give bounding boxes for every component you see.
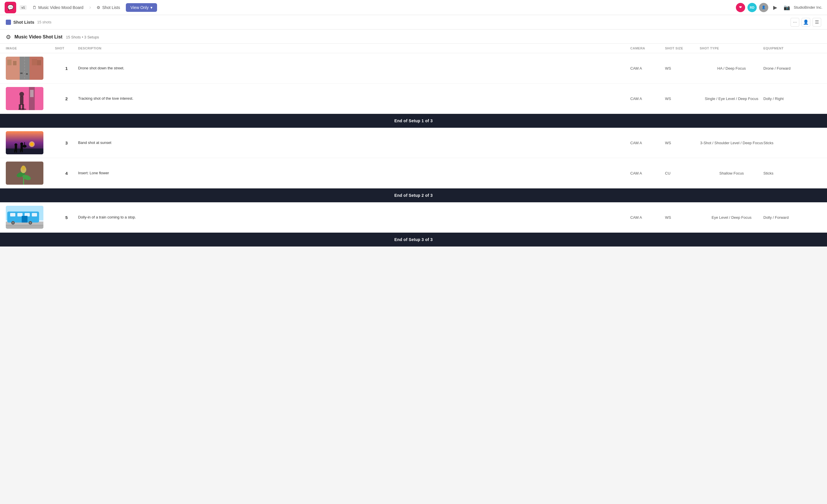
table-row[interactable]: 2 Tracking shot of the love interest. CA… [0,83,827,114]
shot-equipment-4: Sticks [763,171,821,175]
shot-image-1 [6,57,43,80]
setup-2-label: End of Setup 2 of 3 [394,193,432,198]
shot-camera-4: CAM A [630,171,665,175]
svg-point-27 [20,143,23,145]
shot-list-title: Music Video Shot List [14,35,62,40]
svg-point-34 [30,143,34,146]
svg-rect-17 [20,96,23,105]
table-header: IMAGE SHOT DESCRIPTION CAMERA SHOT SIZE … [0,44,827,53]
shot-desc-3: Band shot at sunset [78,140,630,145]
shot-type-1: HA / Deep Focus [700,66,763,70]
shot-type-5: Eye Level / Deep Focus [700,215,763,220]
avatar-rd[interactable]: RD [747,3,757,12]
svg-rect-29 [20,150,21,152]
shot-desc-4: Insert: Lone flower [78,170,630,176]
shot-size-3: WS [665,141,700,145]
sub-nav-right: ··· 👤 ☰ [790,18,821,26]
shot-desc-1: Drone shot down the street. [78,66,630,71]
svg-rect-13 [6,87,43,110]
table-row[interactable]: 1 Drone shot down the street. CAM A WS H… [0,53,827,83]
view-only-button[interactable]: View Only ▾ [126,3,157,12]
camera-icon[interactable]: 📷 [782,3,791,12]
shot-type-2: Single / Eye Level / Deep Focus [700,97,763,101]
shot-number-5: 5 [55,215,78,220]
svg-rect-50 [32,213,37,216]
svg-point-41 [21,166,26,170]
svg-rect-6 [7,60,11,65]
top-nav-left: 💬 v1 🗒 Music Video Mood Board › ⚙ Shot L… [5,2,732,13]
svg-rect-25 [14,150,15,153]
setup-3-label: End of Setup 3 of 3 [394,237,432,242]
shot-type-4: Shallow Focus [700,171,763,175]
studio-label: StudioBinder Inc. [794,5,822,9]
title-row: ⚙ Music Video Shot List 15 Shots • 3 Set… [0,30,827,44]
shot-type-3: 3-Shot / Shoulder Level / Deep Focus [700,141,763,145]
chevron-down-icon: ▾ [150,5,152,10]
shot-camera-1: CAM A [630,66,665,70]
shot-size-1: WS [665,66,700,70]
shot-list-meta: 15 Shots • 3 Setups [66,35,99,39]
tab-icon [6,20,11,25]
shot-camera-2: CAM A [630,97,665,101]
shot-equipment-5: Dolly / Forward [763,215,821,220]
svg-rect-56 [6,225,43,226]
table-row[interactable]: 4 Insert: Lone flower CAM A CU Shallow F… [0,158,827,188]
shot-number-4: 4 [55,171,78,176]
shot-lists-tab-label: Shot Lists [13,20,35,24]
shot-number-1: 1 [55,66,78,71]
view-only-label: View Only [131,5,149,10]
nav-shotlists[interactable]: ⚙ Shot Lists [94,4,122,11]
svg-rect-30 [22,150,23,152]
shot-desc-5: Dolly-in of a train coming to a stop. [78,215,630,220]
shot-image-4 [6,162,43,185]
setup-2-divider: End of Setup 2 of 3 [0,188,827,202]
svg-rect-26 [16,150,17,153]
shot-list-icon: ⚙ [6,34,11,41]
col-description: DESCRIPTION [78,47,630,50]
shot-size-2: WS [665,97,700,101]
version-badge: v1 [20,5,27,10]
shot-lists-tab[interactable]: Shot Lists [6,20,35,25]
table-row[interactable]: 5 Dolly-in of a train coming to a stop. … [0,202,827,233]
nav-moodboard[interactable]: 🗒 Music Video Mood Board [30,4,86,11]
shot-size-5: WS [665,215,700,220]
top-nav: 💬 v1 🗒 Music Video Mood Board › ⚙ Shot L… [0,0,827,15]
shot-table: IMAGE SHOT DESCRIPTION CAMERA SHOT SIZE … [0,44,827,246]
list-view-button[interactable]: ☰ [813,18,821,26]
col-shot-size: SHOT SIZE [665,47,700,50]
svg-rect-7 [13,61,16,65]
svg-rect-48 [17,213,22,216]
avatar-user[interactable]: 👤 [759,3,768,12]
svg-rect-15 [30,90,34,97]
table-row[interactable]: 3 Band shot at sunset CAM A WS 3-Shot / … [0,128,827,158]
col-shot-type: SHOT TYPE [700,47,763,50]
play-icon[interactable]: ▶ [771,3,780,12]
shot-equipment-1: Drone / Forward [763,66,821,70]
moodboard-icon: 🗒 [33,5,37,10]
col-shot: SHOT [55,47,78,50]
shot-image-5 [6,206,43,229]
sub-nav: Shot Lists 15 shots ··· 👤 ☰ [0,15,827,30]
col-camera: CAMERA [630,47,665,50]
shot-size-4: CU [665,171,700,175]
svg-rect-22 [6,149,43,154]
shotlists-icon: ⚙ [97,5,100,10]
more-options-button[interactable]: ··· [790,18,799,26]
svg-point-53 [12,222,14,224]
svg-rect-8 [32,59,37,65]
avatar-heart[interactable]: ❤ [736,3,745,12]
svg-rect-47 [10,213,15,216]
shot-desc-2: Tracking shot of the love interest. [78,96,630,101]
shot-number-2: 2 [55,96,78,101]
shot-camera-5: CAM A [630,215,665,220]
svg-rect-51 [22,216,28,223]
user-view-button[interactable]: 👤 [801,18,810,26]
shotlists-label: Shot Lists [102,5,120,10]
moodboard-label: Music Video Mood Board [38,5,83,10]
svg-point-16 [19,92,24,97]
col-equipment: EQUIPMENT [763,47,821,50]
svg-point-23 [14,143,17,146]
shot-image-3 [6,131,43,154]
app-icon[interactable]: 💬 [5,2,16,13]
svg-rect-9 [37,60,41,65]
